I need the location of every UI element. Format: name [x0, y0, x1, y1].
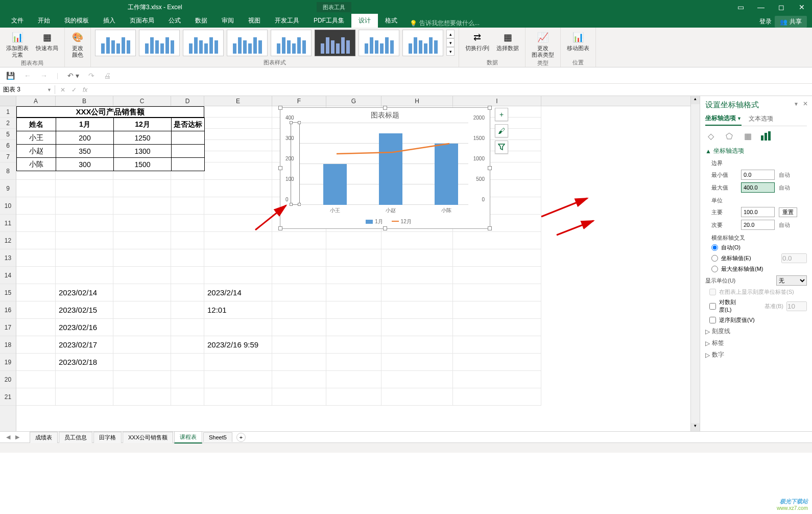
column-header[interactable]: B: [56, 96, 113, 106]
minimize-button[interactable]: —: [751, 0, 771, 14]
row-header[interactable]: 12: [0, 232, 16, 249]
add-sheet-button[interactable]: +: [236, 433, 246, 442]
save-button[interactable]: 💾: [6, 72, 15, 80]
row-header[interactable]: 15: [0, 284, 16, 301]
chart-style-1[interactable]: [95, 30, 136, 56]
maximize-button[interactable]: ◻: [771, 0, 792, 14]
tab-home[interactable]: 开始: [31, 14, 57, 28]
row-header[interactable]: 21: [0, 388, 16, 406]
tab-insert[interactable]: 插入: [96, 14, 123, 28]
tab-formulas[interactable]: 公式: [161, 14, 188, 28]
close-pane-button[interactable]: ✕: [803, 100, 808, 107]
chart-style-4[interactable]: [227, 30, 268, 56]
login-link[interactable]: 登录: [759, 17, 772, 26]
section-numbers[interactable]: ▷ 数字: [705, 351, 807, 359]
row-header[interactable]: 9: [0, 180, 16, 197]
chart-styles-button[interactable]: 🖌: [495, 124, 508, 137]
tab-design[interactable]: 设计: [351, 14, 378, 28]
min-value-input[interactable]: [741, 170, 775, 180]
tell-me-input[interactable]: 💡 告诉我您想要做什么...: [410, 19, 480, 28]
vertical-scrollbar[interactable]: ▴ ▾: [690, 96, 700, 431]
row-header[interactable]: 11: [0, 215, 16, 232]
cell[interactable]: 2023/02/16: [56, 319, 113, 336]
column-header[interactable]: G: [326, 96, 381, 106]
close-button[interactable]: ✕: [792, 0, 812, 14]
style-scroll-more[interactable]: ▾: [446, 47, 455, 56]
tab-format[interactable]: 格式: [378, 14, 404, 28]
sheet-tab[interactable]: XXX公司销售额: [123, 432, 173, 443]
confirm-formula-icon[interactable]: ✓: [71, 86, 77, 94]
table-header[interactable]: 姓名: [17, 118, 56, 131]
row-header[interactable]: 18: [0, 336, 16, 354]
share-button[interactable]: 👥共享: [775, 16, 807, 28]
log-scale-checkbox[interactable]: [709, 303, 716, 310]
qat-back-icon[interactable]: ←: [24, 72, 31, 80]
row-header[interactable]: 19: [0, 354, 16, 371]
size-properties-icon[interactable]: ▦: [742, 130, 753, 142]
cell[interactable]: 2023/02/14: [56, 284, 113, 301]
row-header[interactable]: 5: [0, 129, 16, 140]
style-scroll-up[interactable]: ▴: [446, 30, 455, 38]
cancel-formula-icon[interactable]: ✕: [60, 86, 65, 94]
sheet-tab[interactable]: 员工信息: [59, 432, 92, 443]
column-header[interactable]: E: [204, 96, 272, 106]
effects-icon[interactable]: ⬠: [724, 130, 735, 142]
major-unit-input[interactable]: [741, 207, 775, 217]
sheet-tab[interactable]: Sheet5: [203, 432, 232, 442]
switch-row-col-button[interactable]: ⇄ 切换行/列: [463, 30, 491, 53]
cross-auto-radio[interactable]: [711, 244, 718, 251]
redo-button[interactable]: ↷: [88, 72, 94, 80]
tab-data[interactable]: 数据: [188, 14, 214, 28]
tab-mytemplates[interactable]: 我的模板: [57, 14, 96, 28]
tab-pdf[interactable]: PDF工具集: [306, 14, 351, 28]
tab-review[interactable]: 审阅: [214, 14, 241, 28]
cross-value-radio[interactable]: [711, 255, 718, 262]
change-colors-button[interactable]: 🎨 更改 颜色: [69, 30, 86, 59]
name-box-dropdown-icon[interactable]: ▼: [47, 87, 52, 92]
cell[interactable]: 2023/2/16 9:59: [204, 336, 272, 354]
column-header[interactable]: F: [272, 96, 326, 106]
row-header[interactable]: 8: [0, 162, 16, 180]
chart-elements-button[interactable]: +: [495, 108, 508, 121]
ribbon-options-icon[interactable]: ▭: [730, 0, 751, 14]
column-header[interactable]: I: [453, 96, 541, 106]
sheet-tab[interactable]: 课程表: [174, 431, 202, 443]
section-ticks[interactable]: ▷ 刻度线: [705, 327, 807, 336]
row-header[interactable]: 10: [0, 197, 16, 215]
row-header[interactable]: 2: [0, 118, 16, 129]
row-header[interactable]: 1: [0, 106, 16, 118]
cell[interactable]: 12:01: [204, 301, 272, 319]
chart-object[interactable]: 图表标题 00 100500 2001000 3001500 4002000: [280, 107, 490, 229]
tab-developer[interactable]: 开发工具: [268, 14, 306, 28]
chart-style-6[interactable]: [315, 30, 355, 56]
chart-style-7[interactable]: [359, 30, 399, 56]
tab-text-options[interactable]: 文本选项: [749, 114, 773, 126]
scroll-up-icon[interactable]: ▴: [691, 96, 700, 104]
cell[interactable]: 2023/02/15: [56, 301, 113, 319]
sheet-tab[interactable]: 成绩表: [30, 432, 58, 443]
section-labels[interactable]: ▷ 标签: [705, 339, 807, 347]
reset-button[interactable]: 重置: [779, 207, 797, 217]
select-data-button[interactable]: ▦ 选择数据: [494, 30, 521, 53]
change-chart-type-button[interactable]: 📈 更改 图表类型: [530, 30, 556, 59]
cross-max-radio[interactable]: [711, 266, 718, 272]
chart-style-8[interactable]: [402, 30, 443, 56]
column-header[interactable]: D: [171, 96, 204, 106]
cell[interactable]: 2023/2/14: [204, 284, 272, 301]
section-axis-options[interactable]: ▲ 坐标轴选项: [705, 147, 807, 155]
table-header[interactable]: 12月: [114, 118, 172, 131]
axis-selection-box[interactable]: [291, 122, 300, 205]
column-header[interactable]: C: [113, 96, 171, 106]
table-header[interactable]: 1月: [56, 118, 114, 131]
row-header[interactable]: 6: [0, 140, 16, 151]
name-box[interactable]: 图表 3 ▼: [0, 85, 55, 94]
chart-filters-button[interactable]: [495, 141, 508, 154]
chart-style-5[interactable]: [271, 30, 312, 56]
pane-options-dropdown[interactable]: ▼: [794, 101, 799, 107]
qat-forward-icon[interactable]: →: [40, 72, 47, 80]
fx-icon[interactable]: fx: [83, 86, 87, 94]
add-chart-element-button[interactable]: 📊 添加图表 元素: [4, 30, 31, 59]
chart-line-series[interactable]: [300, 123, 468, 205]
chart-style-3[interactable]: [183, 30, 224, 56]
column-header[interactable]: A: [16, 96, 56, 106]
